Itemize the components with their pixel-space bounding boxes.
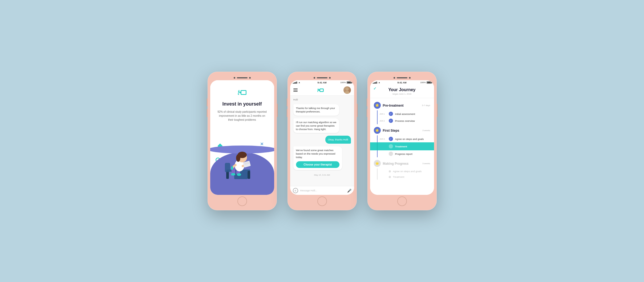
first-steps-info: First Steps	[383, 128, 420, 133]
journey-subtitle: began June 1, 2018	[374, 93, 430, 95]
journey-item-agree-goals-2: Agree on steps and goals	[370, 168, 434, 174]
first-steps-duration: 3 weeks	[422, 129, 430, 132]
journey-item-initial-assessment: JUN 1 ✓ Initial assessment	[370, 110, 434, 117]
active-line	[377, 142, 378, 150]
svg-rect-4	[225, 163, 230, 172]
item-label-initial: Initial assessment	[395, 112, 415, 115]
item-dot-mp2	[389, 176, 391, 178]
phones-container: t Invest in yourself 92% of clinical stu…	[197, 61, 447, 221]
section-pre-treatment: ⭐ Pre-treatment 5-7 days	[370, 100, 434, 110]
logo-box-icon	[241, 90, 246, 95]
phone-3: ▲ 9:41 AM 100% ✓ Your Journey began June…	[367, 72, 437, 210]
chat-messages: Holli Thanks for talking me through your…	[290, 96, 354, 186]
battery-percent: 100%	[340, 81, 346, 84]
chat-message-1: Thanks for talking me through your thera…	[293, 104, 339, 116]
chat-timestamp: May 15, 9:41 AM	[293, 174, 351, 176]
battery-area: 100%	[340, 81, 351, 84]
item-dot-mp1	[389, 170, 391, 172]
item-label-progress: Progress report	[395, 152, 412, 155]
journey-item-progress-report: Progress report	[370, 150, 434, 157]
item-check-progress	[389, 152, 393, 156]
item-label-treatment: Treatment	[395, 145, 407, 148]
svg-point-8	[237, 173, 241, 176]
making-progress-info: Making Progress	[383, 161, 420, 166]
item-label-process: Process overview	[395, 119, 415, 122]
phone1-subtitle: 92% of clinical study participants repor…	[210, 110, 274, 122]
item-check-1: ✓	[389, 112, 393, 116]
statusbar-time: 9:41 AM	[317, 81, 326, 84]
phone2-speaker	[317, 77, 327, 78]
svg-rect-17	[232, 166, 233, 167]
making-progress-icon: ⭐	[374, 160, 381, 167]
svg-rect-3	[234, 172, 248, 179]
phone3-signal: ▲	[373, 81, 380, 84]
item-label-agree-2: Agree on steps and goals	[393, 170, 422, 173]
journey-item-treatment-2: Treatment	[370, 174, 434, 180]
phone3-speaker	[397, 77, 407, 78]
phone-2: ▲ 9:41 AM 100% t	[287, 72, 357, 210]
phone3-camera	[394, 77, 395, 79]
section-first-steps: ⭐ First Steps 3 weeks	[370, 125, 434, 135]
pre-treatment-name: Pre-treatment	[383, 104, 404, 107]
chat-message-2: I'll run our matching algorithm so we ca…	[293, 118, 339, 133]
signal-bars-3	[373, 82, 378, 84]
svg-point-12	[236, 154, 240, 162]
message-input[interactable]: Message Holli...	[300, 189, 345, 192]
phone2-camera	[314, 77, 315, 79]
journey-item-treatment-active: Treatment	[370, 142, 434, 150]
phone2-statusbar: ▲ 9:41 AM 100%	[290, 80, 354, 85]
phone1-headline: Invest in yourself	[217, 101, 267, 107]
phone2-logo: t	[317, 87, 324, 93]
user-avatar[interactable]	[343, 86, 351, 94]
logo-box-chat	[319, 88, 324, 92]
timeline-line-2	[377, 117, 378, 124]
chat-sender-name: Holli	[293, 98, 351, 101]
choose-therapist-button[interactable]: Choose your therapist	[296, 161, 340, 168]
timeline-line-4	[377, 150, 378, 157]
timeline-line-5	[377, 168, 378, 174]
wifi-icon: ▲	[298, 81, 301, 84]
menu-icon[interactable]	[293, 88, 298, 92]
signal-area: ▲	[293, 81, 301, 84]
item-date-2: JUN 2	[380, 120, 387, 122]
first-steps-icon: ⭐	[374, 127, 381, 134]
treatment-active-indicator	[389, 144, 393, 148]
chat-cta-text: We've found some great matches based on …	[296, 148, 340, 159]
wifi-icon-3: ▲	[378, 81, 380, 84]
phone2-home-button[interactable]	[317, 196, 327, 206]
microphone-icon[interactable]: 🎤	[347, 189, 351, 193]
phone3-home-button[interactable]	[397, 196, 407, 206]
item-label-treatment-2: Treatment	[393, 175, 404, 178]
battery-icon-3	[427, 81, 431, 84]
phone2-header: t	[290, 85, 354, 96]
back-button[interactable]: ✓	[373, 86, 376, 91]
phone2-camera-2	[329, 77, 331, 79]
timeline-line-3	[377, 135, 378, 142]
phone3-top-bar	[370, 74, 434, 80]
svg-rect-2	[248, 171, 250, 179]
signal-bars	[293, 82, 298, 84]
pre-treatment-info: Pre-treatment	[383, 103, 420, 108]
phone2-top-bar	[290, 74, 354, 80]
chat-cta-bubble: We've found some great matches based on …	[293, 146, 342, 170]
svg-point-18	[346, 87, 349, 91]
making-progress-name: Making Progress	[383, 162, 409, 166]
phone1-camera	[234, 77, 235, 79]
battery-icon	[347, 81, 351, 84]
svg-point-7	[231, 173, 235, 176]
add-attachment-button[interactable]: +	[293, 188, 298, 193]
timeline-line	[377, 110, 378, 117]
timeline-line-6	[377, 174, 378, 180]
phone3-screen: ▲ 9:41 AM 100% ✓ Your Journey began June…	[370, 80, 434, 195]
pre-treatment-duration: 5-7 days	[422, 104, 430, 107]
chat-input-bar: + Message Holli... 🎤	[290, 186, 354, 195]
svg-point-19	[345, 91, 350, 94]
chat-message-3: Okay, thanks Holli	[325, 136, 351, 143]
phone1-speaker	[237, 77, 248, 78]
phone3-camera-2	[409, 77, 411, 79]
battery-percent-3: 100%	[420, 81, 426, 84]
phone2-screen: ▲ 9:41 AM 100% t	[290, 80, 354, 195]
phone1-illustration: ✕	[210, 136, 274, 195]
phone1-home-button[interactable]	[237, 196, 247, 206]
item-date-1: JUN 1	[380, 113, 387, 115]
